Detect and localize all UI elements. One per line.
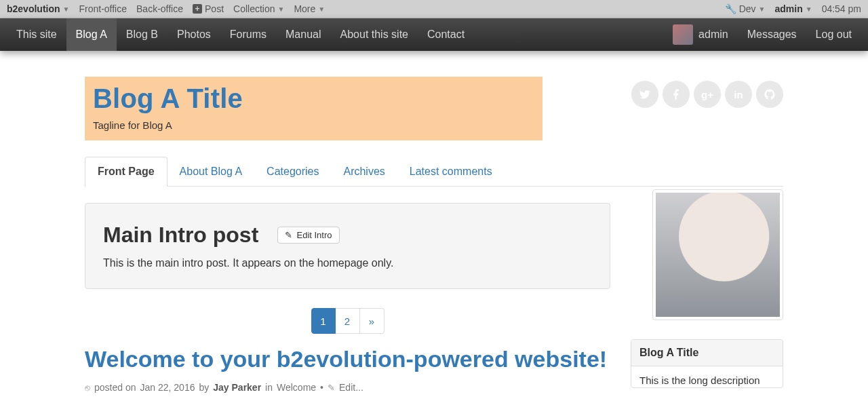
meta-sep: • (320, 382, 323, 393)
social-links: g+ in (631, 81, 783, 108)
googleplus-icon[interactable]: g+ (694, 81, 721, 108)
user-name: admin (698, 28, 728, 41)
edit-intro-button[interactable]: ✎ Edit Intro (277, 227, 339, 244)
permalink-icon[interactable]: ⎋ (85, 383, 90, 393)
caret-down-icon: ▼ (759, 5, 766, 13)
clock: 04:54 pm (822, 3, 861, 14)
meta-date: Jan 22, 2016 (140, 382, 195, 393)
wrench-icon: 🔧 (725, 3, 736, 14)
meta-posted: posted on (94, 382, 136, 393)
meta-by: by (199, 382, 209, 393)
intro-panel: Main Intro post ✎ Edit Intro This is the… (85, 203, 610, 289)
caret-down-icon: ▼ (318, 5, 325, 13)
blog-title[interactable]: Blog A Title (93, 83, 534, 114)
chevron-right-icon: » (369, 315, 374, 327)
intro-body: This is the main intro post. It appears … (103, 257, 592, 269)
admin-toolbar: b2evolution ▼ Front-office Back-office +… (0, 0, 868, 18)
dev-menu[interactable]: 🔧 Dev ▼ (725, 3, 766, 14)
sidebar-widget: Blog A Title This is the long descriptio… (631, 339, 783, 388)
dev-label: Dev (739, 3, 756, 14)
avatar (673, 24, 693, 45)
user-link[interactable]: admin (673, 18, 738, 51)
user-menu[interactable]: admin ▼ (774, 3, 812, 14)
meta-author[interactable]: Jay Parker (213, 382, 261, 393)
tab-front-page[interactable]: Front Page (85, 157, 167, 187)
post-title[interactable]: Welcome to your b2evolution-powered webs… (85, 346, 610, 372)
blog-tabs: Front Page About Blog A Categories Archi… (85, 157, 783, 187)
collection-label: Collection (233, 3, 275, 14)
tab-categories[interactable]: Categories (254, 157, 331, 186)
edit-intro-label: Edit Intro (296, 230, 332, 240)
new-post-label: Post (205, 3, 224, 14)
tab-about[interactable]: About Blog A (167, 157, 255, 186)
user-label: admin (774, 3, 802, 14)
blog-tagline: Tagline for Blog A (93, 119, 534, 131)
intro-title: Main Intro post (103, 223, 258, 248)
nav-back-office[interactable]: Back-office (136, 3, 183, 14)
caret-down-icon: ▼ (806, 5, 812, 13)
nav-blog-a[interactable]: Blog A (66, 18, 117, 51)
caret-down-icon: ▼ (278, 5, 285, 13)
blog-header: Blog A Title Tagline for Blog A (85, 77, 542, 140)
post-meta: ⎋ posted on Jan 22, 2016 by Jay Parker i… (85, 382, 610, 393)
nav-manual[interactable]: Manual (276, 18, 330, 51)
page-1[interactable]: 1 (311, 308, 336, 334)
brand-menu[interactable]: b2evolution ▼ (7, 3, 69, 14)
tab-latest-comments[interactable]: Latest comments (397, 157, 505, 186)
widget-title: Blog A Title (631, 340, 783, 366)
pencil-icon: ✎ (285, 230, 292, 240)
nav-blog-b[interactable]: Blog B (117, 18, 167, 51)
linkedin-icon[interactable]: in (725, 81, 752, 108)
meta-category[interactable]: Welcome (277, 382, 316, 393)
page-2[interactable]: 2 (336, 308, 360, 334)
more-menu[interactable]: More ▼ (294, 3, 325, 14)
more-label: More (294, 3, 315, 14)
pencil-icon: ✎ (328, 383, 335, 393)
nav-this-site[interactable]: This site (7, 18, 66, 51)
nav-photos[interactable]: Photos (167, 18, 220, 51)
github-icon[interactable] (756, 81, 783, 108)
sidebar-image[interactable] (652, 189, 783, 320)
nav-front-office[interactable]: Front-office (79, 3, 127, 14)
meta-in: in (265, 382, 273, 393)
site-nav: This site Blog A Blog B Photos Forums Ma… (0, 18, 868, 51)
widget-body: This is the long description (631, 366, 783, 387)
brand-label: b2evolution (7, 3, 60, 14)
pagination: 1 2 » (85, 308, 610, 334)
nav-contact[interactable]: Contact (418, 18, 474, 51)
edit-post-link[interactable]: Edit... (339, 382, 363, 393)
messages-link[interactable]: Messages (738, 18, 806, 51)
caret-down-icon: ▼ (63, 5, 70, 13)
facebook-icon[interactable] (663, 81, 690, 108)
collection-menu[interactable]: Collection ▼ (233, 3, 284, 14)
new-post-button[interactable]: + Post (193, 3, 224, 14)
twitter-icon[interactable] (631, 81, 658, 108)
plus-icon: + (193, 4, 202, 14)
tab-archives[interactable]: Archives (331, 157, 397, 186)
logout-link[interactable]: Log out (806, 18, 861, 51)
nav-forums[interactable]: Forums (220, 18, 276, 51)
nav-about[interactable]: About this site (331, 18, 418, 51)
page-next[interactable]: » (360, 308, 384, 334)
